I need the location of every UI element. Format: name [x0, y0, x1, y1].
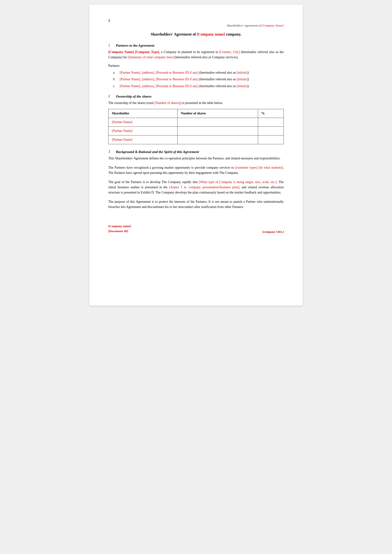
section-3-para4: The purpose of this Agreement is to prot…	[108, 199, 284, 210]
ownership-table: Shareholder Number of shares % [Partner …	[108, 109, 284, 144]
main-title-company: [Company name]	[197, 32, 225, 36]
table-row: [Partner Name]	[109, 127, 284, 135]
document-footer: [Company name] [Document ID] [company UR…	[108, 224, 284, 234]
section-2: 2 Ownership of the shares The ownership …	[108, 95, 284, 144]
summary: [Summary of what company does]	[128, 55, 174, 59]
partner-b-initials: [initials]	[237, 77, 248, 81]
section-1: 1 Partners to the Agreement [Company Nam…	[108, 44, 284, 89]
main-title-prefix: Shareholders' Agreement of	[151, 32, 197, 36]
partner-a-name: [Partner Name], [address], [Personal or …	[120, 71, 198, 74]
partner-a-text: [Partner Name], [address], [Personal or …	[120, 70, 249, 75]
row3-percent	[258, 135, 283, 144]
row1-shareholder: [Partner Name]	[109, 118, 177, 127]
col-shareholder: Shareholder	[109, 109, 177, 118]
row3-shares	[177, 135, 258, 144]
list-item: b [Partner Name], [address], [Personal o…	[113, 77, 284, 82]
para2-prefix: The Partners have recognized a growing m…	[108, 166, 235, 169]
intro-text1: , a Company in planned to be registered …	[159, 50, 219, 54]
company-type-red: [Company Type]	[135, 50, 159, 54]
customer-types: [customer types]	[235, 166, 258, 169]
partner-a-initials: [initials]	[237, 71, 248, 74]
ownership-prefix: The ownership of the shares (total	[108, 101, 154, 105]
partners-list: a [Partner Name], [address], [Personal o…	[108, 70, 284, 89]
section-3-title: Background & Rational and the Spirit of …	[116, 150, 199, 154]
partners-label: Partners:	[108, 64, 284, 68]
what-type: [What type of Company is being target; s…	[199, 180, 277, 184]
partner-b-text: [Partner Name], [address], [Personal or …	[120, 77, 249, 82]
row1-shares	[177, 118, 258, 127]
row1-percent	[258, 118, 283, 127]
list-label-a: a	[113, 70, 116, 75]
section-3-para2: The Partners have recognized a growing m…	[108, 165, 284, 176]
partner-c-name: [Partner Name], [address], [Personal or …	[120, 84, 198, 88]
section-3-num: 3	[108, 150, 113, 154]
row3-shareholder: [Partner Name]	[109, 135, 177, 144]
section-1-heading: 1 Partners to the Agreement	[108, 44, 284, 48]
ownership-suffix: ) is presented in the table below.	[180, 101, 223, 105]
col-shares: Number of shares	[177, 109, 258, 118]
section-3: 3 Background & Rational and the Spirit o…	[108, 150, 284, 210]
header-italic-text: Shareholders' Agreement of	[227, 24, 261, 27]
footer-company-url: [company URL]	[262, 230, 284, 234]
col-percent: %	[258, 109, 283, 118]
list-item: c [Partner Name], [address], [Personal o…	[113, 84, 284, 89]
table-header-row: Shareholder Number of shares %	[109, 109, 284, 118]
row2-percent	[258, 127, 283, 135]
intro-text3: (hereinafter referred also as Company se…	[174, 55, 238, 59]
row2-shares	[177, 127, 258, 135]
partner-b-name: [Partner Name], [address], [Personal or …	[120, 77, 198, 81]
partner-c-text: [Partner Name], [address], [Personal or …	[120, 84, 249, 89]
section-1-intro: [Company Name] [Company Type], a Company…	[108, 49, 284, 60]
list-item: a [Partner Name], [address], [Personal o…	[113, 70, 284, 75]
main-title-suffix: company.	[225, 32, 241, 36]
section-2-num: 2	[108, 95, 113, 98]
annex: [Annex 1 ie. company presentation/busine…	[169, 186, 239, 189]
in-markets: [In what markets]	[259, 166, 283, 169]
number-of-shares: [Number of shares]	[154, 101, 180, 105]
country-city: [Country, City]	[219, 50, 240, 54]
footer-left: [Company name] [Document ID]	[108, 224, 131, 234]
company-name-red: [Company Name]	[108, 50, 134, 54]
list-label-b: b	[113, 77, 116, 82]
section-2-title: Ownership of the shares	[116, 95, 151, 98]
section-2-heading: 2 Ownership of the shares	[108, 95, 284, 98]
list-label-c: c	[113, 84, 116, 89]
section-3-para3: The goal of the Partners is to develop T…	[108, 180, 284, 195]
footer-company-name: [Company name]	[108, 224, 131, 229]
section-1-num: 1	[108, 44, 113, 47]
section-1-title: Partners to the Agreement	[116, 44, 154, 48]
partner-c-initials: [initials]	[237, 84, 248, 88]
section-3-para1: This Shareholders' Agreement defines the…	[108, 156, 284, 161]
ownership-para: The ownership of the shares (total [Numb…	[108, 100, 284, 106]
document-page: 1 Shareholders' Agreement of [Company Na…	[89, 5, 303, 305]
page-number: 1	[108, 19, 284, 23]
footer-document-id: [Document ID]	[108, 229, 131, 234]
para3-prefix: The goal of the Partners is to develop T…	[108, 180, 199, 184]
document-header: Shareholders' Agreement of [Company Name…	[108, 24, 284, 28]
row2-shareholder: [Partner Name]	[109, 127, 177, 135]
section-3-heading: 3 Background & Rational and the Spirit o…	[108, 150, 284, 154]
table-row: [Partner Name]	[109, 118, 284, 127]
header-company-placeholder: [Company Name]	[261, 24, 284, 27]
main-title: Shareholders' Agreement of [Company name…	[108, 32, 284, 36]
table-row: [Partner Name]	[109, 135, 284, 144]
